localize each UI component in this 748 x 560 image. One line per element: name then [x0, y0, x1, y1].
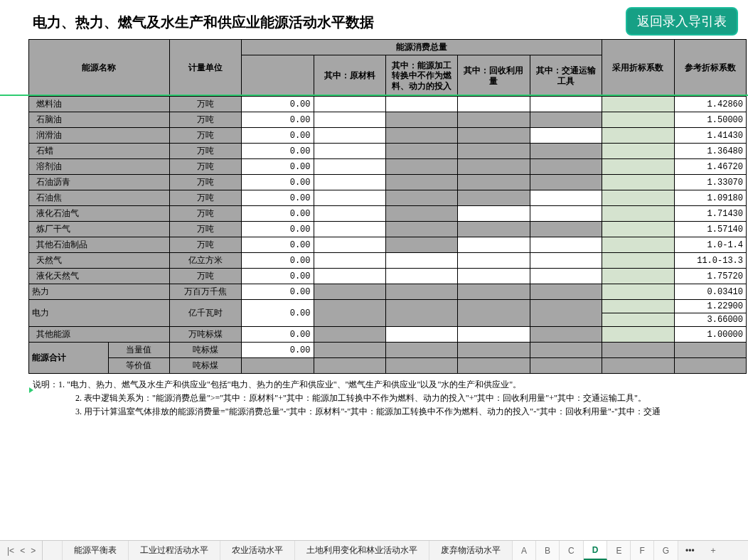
cell[interactable]: 1.0-1.4 [674, 237, 746, 253]
cell[interactable] [314, 97, 385, 112]
cell[interactable] [385, 253, 457, 269]
cell[interactable]: 万吨 [169, 112, 241, 128]
cell[interactable]: 等价值 [108, 358, 169, 374]
cell[interactable] [602, 237, 674, 253]
cell[interactable]: 溶剂油 [29, 159, 170, 175]
cell[interactable] [530, 206, 602, 222]
cell[interactable]: 石油焦 [29, 190, 170, 206]
cell[interactable]: 0.03410 [674, 284, 746, 300]
cell[interactable]: 其他石油制品 [29, 237, 170, 253]
cell[interactable] [602, 300, 674, 313]
cell[interactable]: 1.09180 [674, 190, 746, 206]
cell[interactable]: 石脑油 [29, 112, 170, 128]
cell[interactable]: 石蜡 [29, 144, 170, 159]
cell[interactable]: 1.71430 [674, 206, 746, 222]
cell[interactable] [314, 253, 385, 269]
cell[interactable] [458, 128, 530, 144]
cell[interactable]: 0.00 [242, 159, 314, 175]
cell[interactable]: 11.0-13.3 [674, 253, 746, 269]
cell[interactable] [314, 128, 385, 144]
sheet-tab-D[interactable]: D [584, 541, 608, 560]
cell[interactable]: 万百万千焦 [169, 284, 241, 300]
cell[interactable] [602, 284, 674, 300]
cell[interactable] [602, 358, 674, 374]
cell[interactable]: 其他能源 [29, 327, 170, 343]
cell[interactable]: 液化天然气 [29, 269, 170, 284]
nav-first-icon[interactable]: |< [7, 546, 14, 556]
cell[interactable]: 亿立方米 [169, 253, 241, 269]
cell[interactable]: 万吨 [169, 97, 241, 112]
cell[interactable] [602, 159, 674, 175]
cell[interactable]: 能源合计 [29, 343, 109, 374]
cell[interactable]: 热力 [29, 284, 170, 300]
cell[interactable] [530, 190, 602, 206]
cell[interactable] [458, 358, 530, 374]
cell[interactable] [458, 300, 530, 327]
cell[interactable] [602, 269, 674, 284]
cell[interactable]: 电力 [29, 300, 170, 327]
cell[interactable]: 万吨 [169, 237, 241, 253]
cell[interactable]: 0.00 [242, 206, 314, 222]
cell[interactable]: 0.00 [242, 144, 314, 159]
cell[interactable] [458, 222, 530, 237]
cell[interactable] [385, 159, 457, 175]
cell[interactable]: 0.00 [242, 327, 314, 343]
cell[interactable] [385, 284, 457, 300]
cell[interactable] [530, 175, 602, 190]
cell[interactable]: 1.42860 [674, 97, 746, 112]
cell[interactable] [458, 97, 530, 112]
cell[interactable] [458, 190, 530, 206]
cell[interactable] [602, 313, 674, 327]
cell[interactable]: 当量值 [108, 343, 169, 358]
cell[interactable] [314, 327, 385, 343]
cell[interactable] [385, 112, 457, 128]
cell[interactable] [314, 190, 385, 206]
cell[interactable]: 万吨 [169, 206, 241, 222]
sheet-tab-E[interactable]: E [607, 541, 631, 560]
cell[interactable] [314, 269, 385, 284]
cell[interactable] [530, 222, 602, 237]
cell[interactable] [458, 112, 530, 128]
cell[interactable] [385, 343, 457, 358]
cell[interactable]: 1.00000 [674, 327, 746, 343]
sheet-tab-F[interactable]: F [631, 541, 653, 560]
cell[interactable] [602, 190, 674, 206]
cell[interactable]: 1.33070 [674, 175, 746, 190]
sheet-tab-B[interactable]: B [536, 541, 560, 560]
cell[interactable] [530, 237, 602, 253]
cell[interactable] [385, 144, 457, 159]
cell[interactable]: 液化石油气 [29, 206, 170, 222]
cell[interactable]: 1.46720 [674, 159, 746, 175]
cell[interactable]: 1.36480 [674, 144, 746, 159]
cell[interactable] [458, 327, 530, 343]
sheet-tab[interactable]: 能源平衡表 [63, 541, 129, 560]
cell[interactable] [458, 269, 530, 284]
cell[interactable] [458, 175, 530, 190]
cell[interactable]: 0.00 [242, 300, 314, 327]
cell[interactable]: 1.50000 [674, 112, 746, 128]
cell[interactable] [530, 253, 602, 269]
cell[interactable]: 0.00 [242, 237, 314, 253]
cell[interactable]: 0.00 [242, 175, 314, 190]
cell[interactable] [530, 128, 602, 144]
cell[interactable]: 万吨 [169, 144, 241, 159]
cell[interactable] [530, 358, 602, 374]
cell[interactable] [314, 237, 385, 253]
cell[interactable]: 0.00 [242, 128, 314, 144]
cell[interactable] [385, 206, 457, 222]
cell[interactable] [385, 358, 457, 374]
cell[interactable] [385, 97, 457, 112]
cell[interactable] [458, 144, 530, 159]
cell[interactable] [530, 144, 602, 159]
cell[interactable] [458, 284, 530, 300]
cell[interactable] [314, 343, 385, 358]
cell[interactable] [458, 206, 530, 222]
cell[interactable]: 0.00 [242, 284, 314, 300]
sheet-tab-C[interactable]: C [560, 541, 584, 560]
cell[interactable] [314, 358, 385, 374]
back-button[interactable]: 返回录入导引表 [626, 7, 738, 36]
cell[interactable]: 0.00 [242, 222, 314, 237]
cell[interactable] [530, 343, 602, 358]
cell[interactable] [314, 175, 385, 190]
sheet-tab[interactable]: 土地利用变化和林业活动水平 [295, 541, 429, 560]
